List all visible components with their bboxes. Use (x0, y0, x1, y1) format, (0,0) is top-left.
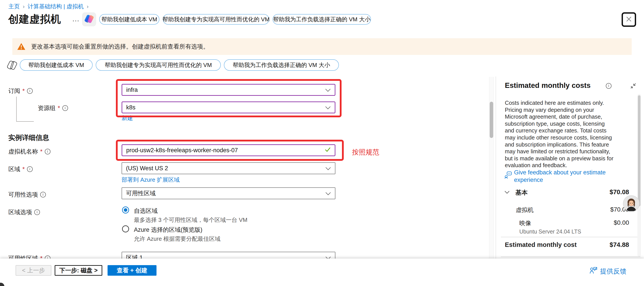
chevron-down-icon (325, 165, 331, 172)
availability-options-label-text: 可用性选项 (8, 191, 38, 199)
next-disks-button[interactable]: 下一步: 磁盘 > (55, 265, 102, 276)
copilot-suggestion-low-cost[interactable]: 帮助我创建低成本 VM (20, 59, 93, 71)
region-dropdown[interactable]: (US) West US 2 (122, 162, 336, 174)
radio-azure-selected-zones[interactable] (122, 225, 129, 232)
resource-group-label-text: 资源组 (38, 104, 56, 112)
cost-disclaimer: Costs indicated here are estimates only.… (505, 100, 614, 169)
info-icon[interactable]: i (62, 105, 68, 111)
close-icon (625, 15, 632, 24)
main-scrollbar-thumb[interactable] (490, 102, 493, 138)
copilot-icon (84, 14, 94, 25)
chevron-down-icon (325, 87, 331, 93)
hierarchy-connector-horizontal (16, 121, 34, 122)
feedback-link[interactable]: 提供反馈 (600, 267, 626, 276)
instance-details-heading: 实例详细信息 (8, 133, 49, 142)
region-value: (US) West US 2 (126, 165, 168, 172)
page-title: 创建虚拟机 (8, 12, 61, 26)
bottom-left-artifact (0, 283, 4, 286)
cost-panel-title: Estimated monthly costs (505, 81, 591, 90)
cost-row-image-label: 映像 (519, 219, 531, 227)
close-button[interactable] (622, 12, 636, 27)
subscription-label-text: 订阅 (8, 87, 20, 95)
cost-row-image-value: $0.00 (614, 219, 629, 226)
availability-options-dropdown[interactable]: 可用性区域 (122, 187, 336, 199)
breadcrumb-section-link[interactable]: 计算基础结构 | 虚拟机 (28, 3, 84, 10)
vm-name-input[interactable]: prod-usw2-k8s-freeleaps-worker-nodes-07 (122, 144, 336, 156)
estimate-feedback-link[interactable]: Give feedback about your estimate experi… (514, 169, 615, 184)
copilot-suggestion-low-cost-top[interactable]: 帮助我创建低成本 VM (99, 14, 159, 25)
breadcrumb-separator: › (23, 4, 24, 10)
assistant-avatar[interactable] (623, 196, 639, 211)
region-label: 区域 * i (8, 165, 33, 173)
breadcrumb-home-link[interactable]: 主页 (8, 3, 20, 10)
hierarchy-connector-vertical (16, 97, 17, 122)
info-icon[interactable]: i (34, 209, 40, 215)
chevron-down-icon (325, 104, 331, 111)
subscription-dropdown[interactable]: infra (122, 84, 336, 96)
warning-text: 更改基本选项可能会重置所做的选择。创建虚拟机前查看所有选项。 (31, 43, 209, 51)
previous-button[interactable]: < 上一步 (16, 265, 51, 276)
resource-group-value: k8s (126, 104, 136, 111)
availability-options-value: 可用性区域 (126, 189, 156, 197)
chevron-down-icon (325, 190, 331, 197)
basics-chevron-icon[interactable] (504, 191, 510, 195)
more-options-button[interactable]: … (72, 15, 80, 23)
collapse-panel-icon[interactable] (630, 82, 636, 90)
radio-self-selected-zones-desc: 最多选择 3 个可用性区域，每个区域一台 VM (134, 216, 247, 224)
info-icon[interactable]: i (27, 88, 33, 94)
cost-row-vm-label: 虚拟机 (516, 206, 534, 214)
required-mark: * (22, 166, 25, 173)
resource-group-label: 资源组 * i (38, 104, 68, 112)
zone-options-label: 区域选项 i (8, 208, 40, 216)
deploy-edge-zone-link[interactable]: 部署到 Azure 扩展区域 (122, 176, 180, 184)
panel-divider-line (501, 256, 640, 257)
copilot-suggestion-right-size[interactable]: 帮助我为工作负载选择正确的 VM 大小 (224, 59, 339, 71)
copilot-suggestion-high-availability-top[interactable]: 帮助我创建专为实现高可用性而优化的 VM (163, 14, 269, 25)
vm-name-label-text: 虚拟机名称 (8, 148, 38, 156)
cost-row-basics-label[interactable]: 基本 (516, 188, 528, 197)
review-create-button[interactable]: 查看 + 创建 (108, 265, 156, 276)
panel-divider (496, 77, 496, 258)
zone-options-label-text: 区域选项 (8, 208, 32, 216)
vm-name-value: prod-usw2-k8s-freeleaps-worker-nodes-07 (126, 147, 238, 154)
required-mark: * (58, 105, 60, 112)
create-new-resource-group-link[interactable]: 新建 (122, 114, 133, 122)
warning-icon (17, 43, 26, 50)
create-vm-blade: 主页 › 计算基础结构 | 虚拟机 › 创建虚拟机 … 帮助我创建低成本 (0, 0, 644, 286)
valid-check-icon (325, 147, 331, 154)
info-icon[interactable]: i (27, 166, 33, 172)
panel-divider-line (501, 237, 640, 237)
panel-scrollbar-track[interactable] (638, 94, 641, 256)
footer-bar: < 上一步 下一步: 磁盘 > 查看 + 创建 提供反馈 (0, 258, 644, 286)
panel-scrollbar-thumb[interactable] (638, 95, 640, 206)
availability-options-label: 可用性选项 i (8, 191, 46, 199)
cost-total-value: $74.88 (610, 241, 629, 248)
copilot-suggestion-right-size-top[interactable]: 帮助我为工作负载选择正确的 VM 大小 (272, 14, 371, 25)
breadcrumb: 主页 › 计算基础结构 | 虚拟机 › (8, 3, 92, 10)
copilot-button[interactable] (82, 12, 96, 26)
cost-total-label: Estimated monthly cost (505, 241, 576, 248)
warning-banner: 更改基本选项可能会重置所做的选择。创建虚拟机前查看所有选项。 (12, 38, 632, 55)
subscription-label: 订阅 * i (8, 87, 33, 95)
cost-row-image-sub: Ubuntu Server 24.04 LTS (519, 228, 581, 235)
radio-self-selected-zones[interactable] (122, 206, 129, 213)
region-label-text: 区域 (8, 165, 20, 173)
radio-self-selected-zones-label[interactable]: 自选区域 (134, 207, 158, 215)
info-icon[interactable]: i (45, 149, 50, 154)
radio-azure-selected-zones-desc: 允许 Azure 根据需要分配最佳区域 (134, 235, 220, 243)
vm-name-label: 虚拟机名称 * i (8, 148, 50, 156)
vm-name-annotation-text: 按照规范 (352, 148, 379, 157)
subscription-value: infra (126, 87, 138, 93)
main-scrollbar-track[interactable] (489, 77, 494, 258)
radio-azure-selected-zones-label[interactable]: Azure 选择的区域(预览版) (134, 226, 202, 234)
copilot-outline-icon (7, 60, 17, 71)
cost-row-basics-value: $70.08 (610, 188, 629, 196)
info-icon[interactable]: i (40, 192, 46, 197)
info-icon[interactable]: i (606, 83, 612, 89)
estimate-feedback-icon (504, 171, 512, 180)
feedback-icon (590, 266, 598, 275)
copilot-suggestion-high-availability[interactable]: 帮助我创建专为实现高可用性而优化的 VM (96, 59, 221, 71)
resource-group-dropdown[interactable]: k8s (122, 102, 336, 113)
required-mark: * (40, 148, 42, 155)
required-mark: * (22, 88, 25, 94)
